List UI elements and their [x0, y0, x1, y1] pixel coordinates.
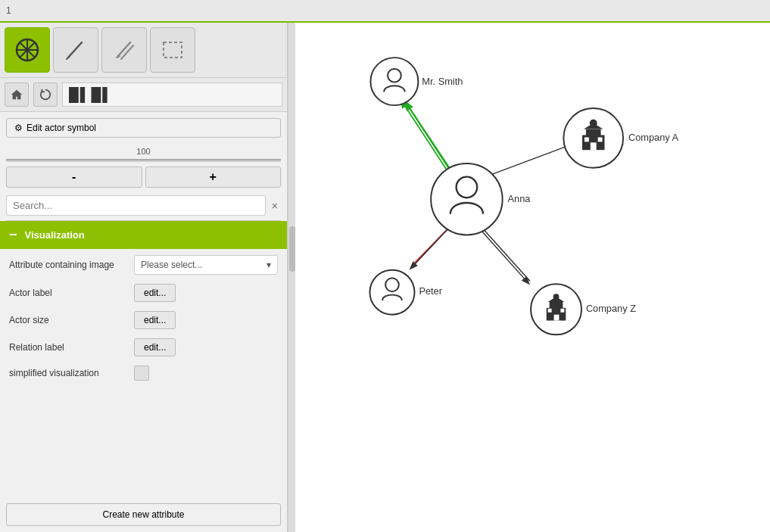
refresh-icon — [39, 88, 52, 101]
edit-actor-label: Edit actor symbol — [26, 123, 96, 133]
home-icon — [10, 88, 23, 101]
attr-row-relation-label: Relation label edit... — [9, 338, 278, 356]
main-toolbar — [0, 23, 287, 78]
svg-rect-25 — [591, 142, 597, 150]
svg-point-28 — [590, 120, 597, 127]
anna-label: Anna — [508, 193, 532, 204]
svg-rect-34 — [560, 309, 564, 313]
actor-name-input[interactable] — [62, 82, 282, 107]
svg-line-6 — [67, 56, 70, 59]
sidebar-scrollbar[interactable] — [288, 23, 295, 532]
attr-row-simplified: simplified visualization — [9, 366, 278, 381]
zoom-minus-button[interactable]: - — [6, 166, 142, 188]
svg-point-35 — [553, 294, 560, 300]
zoom-buttons: - + — [6, 166, 281, 188]
attr-row-actor-size: Actor size edit... — [9, 311, 278, 329]
image-select-value: Please select... — [141, 260, 202, 270]
attr-image-control: Please select... ▾ — [134, 255, 278, 275]
svg-line-13 — [401, 100, 450, 175]
search-input[interactable] — [6, 195, 266, 216]
svg-rect-30 — [550, 302, 563, 309]
attr-actor-size-control: edit... — [134, 311, 278, 329]
gear-icon: ⚙ — [14, 123, 23, 133]
search-section: × — [0, 191, 287, 220]
attr-simplified-control — [134, 366, 278, 381]
attr-row-actor-label: Actor label edit... — [9, 284, 278, 302]
canvas-svg: Mr. Smith Anna Peter — [295, 23, 770, 532]
collapse-icon: − — [9, 227, 17, 243]
svg-rect-26 — [585, 137, 589, 142]
attr-actor-label-control: edit... — [134, 284, 278, 302]
svg-line-18 — [476, 226, 528, 284]
secondary-toolbar — [0, 78, 287, 112]
svg-line-17 — [478, 223, 530, 282]
svg-rect-27 — [598, 137, 603, 142]
zoom-plus-button[interactable]: + — [145, 166, 282, 188]
attr-image-label: Attribute containing image — [9, 260, 134, 270]
attr-row-image: Attribute containing image Please select… — [9, 255, 278, 275]
refresh-button[interactable] — [33, 82, 58, 107]
select-tool-button[interactable] — [5, 27, 50, 73]
svg-line-14 — [485, 143, 575, 176]
visualization-label: Visualization — [25, 229, 85, 241]
pencil-icon — [62, 36, 89, 64]
canvas-area[interactable]: Mr. Smith Anna Peter — [295, 23, 770, 532]
pencil2-tool-button[interactable] — [101, 27, 147, 73]
rectangle-icon — [159, 36, 186, 64]
anna-node[interactable] — [431, 163, 502, 235]
svg-line-7 — [118, 42, 130, 56]
zoom-value: 100 — [6, 147, 281, 156]
attr-relation-label-label: Relation label — [9, 342, 134, 353]
edit-actor-symbol-button[interactable]: ⚙ Edit actor symbol — [6, 118, 281, 138]
select-icon — [14, 36, 41, 64]
peter-label: Peter — [419, 285, 442, 297]
dropdown-arrow-icon: ▾ — [267, 260, 271, 270]
actor-size-edit-button[interactable]: edit... — [134, 311, 176, 329]
svg-rect-33 — [548, 309, 552, 313]
zoom-section: 100 - + — [0, 144, 287, 191]
sidebar: ⚙ Edit actor symbol 100 - + × − Visualiz… — [0, 23, 288, 532]
tab-label[interactable]: 1 — [6, 5, 11, 16]
attr-actor-label-label: Actor label — [9, 288, 134, 298]
company-a-label: Company A — [628, 132, 679, 143]
company-z-label: Company Z — [586, 303, 636, 314]
create-new-attribute-button[interactable]: Create new attribute — [6, 503, 281, 526]
image-select[interactable]: Please select... ▾ — [134, 255, 278, 275]
scrollbar-thumb[interactable] — [289, 226, 295, 272]
svg-line-9 — [117, 56, 120, 58]
attributes-section: Attribute containing image Please select… — [0, 249, 287, 497]
attr-simplified-label: simplified visualization — [9, 368, 134, 378]
svg-rect-10 — [164, 42, 182, 58]
zoom-bar — [6, 159, 281, 162]
actor-label-edit-button[interactable]: edit... — [134, 284, 176, 302]
top-bar: 1 — [0, 0, 770, 23]
pencil-tool-button[interactable] — [53, 27, 98, 73]
attr-relation-label-control: edit... — [134, 338, 278, 356]
visualization-header[interactable]: − Visualization — [0, 221, 287, 249]
svg-rect-32 — [554, 315, 560, 321]
svg-line-5 — [68, 42, 82, 58]
simplified-checkbox[interactable] — [134, 366, 149, 381]
pencil2-icon — [111, 36, 138, 64]
home-button[interactable] — [5, 82, 29, 107]
mr-smith-label: Mr. Smith — [422, 76, 463, 87]
svg-line-12 — [406, 102, 452, 173]
svg-rect-23 — [586, 129, 601, 137]
clear-search-button[interactable]: × — [269, 198, 281, 213]
svg-line-8 — [121, 45, 133, 59]
relation-label-edit-button[interactable]: edit... — [134, 338, 176, 356]
rectangle-tool-button[interactable] — [150, 27, 195, 73]
attr-actor-size-label: Actor size — [9, 315, 134, 325]
